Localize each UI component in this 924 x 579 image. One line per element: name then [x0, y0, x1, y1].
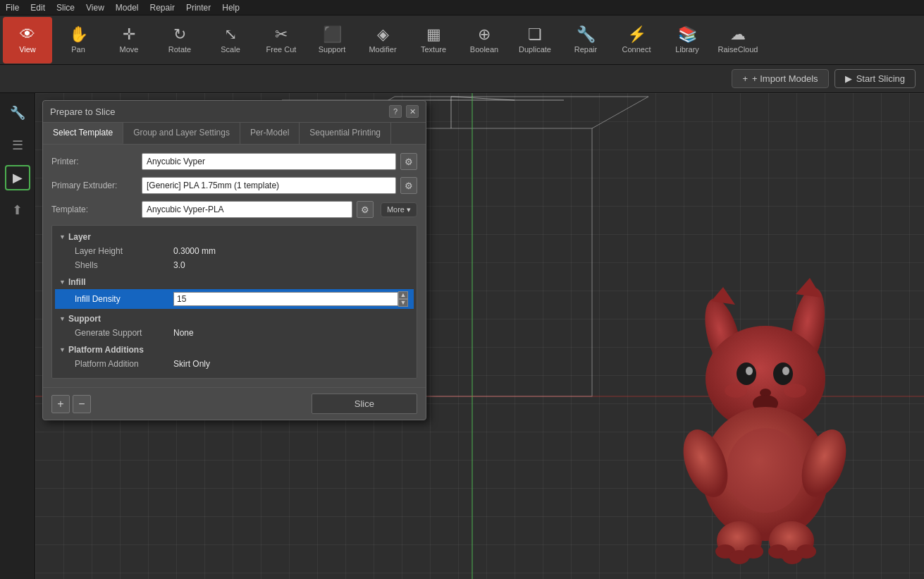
generate-support-value: None: [173, 328, 194, 338]
shells-row: Shells 3.0: [55, 258, 414, 272]
tool-texture[interactable]: ▦ Texture: [409, 17, 458, 63]
spin-up[interactable]: ▲: [398, 291, 408, 299]
tool-scale-label: Scale: [221, 45, 240, 54]
sidebar-play[interactable]: ▶: [5, 165, 30, 190]
tab-per-model[interactable]: Per-Model: [240, 123, 300, 144]
tool-connect[interactable]: ⚡ Connect: [612, 17, 661, 63]
printer-field-row: Printer: Anycubic Vyper ⚙: [51, 153, 417, 170]
infill-section-header[interactable]: ▼ Infill: [55, 275, 414, 289]
tool-modifier[interactable]: ◈ Modifier: [358, 17, 407, 63]
infill-density-row: Infill Density ▲ ▼: [55, 289, 414, 309]
tab-select-template[interactable]: Select Template: [43, 123, 123, 144]
menu-edit[interactable]: Edit: [30, 3, 45, 13]
infill-section-label: Infill: [68, 277, 86, 287]
sidebar-list[interactable]: ☰: [5, 133, 30, 158]
slice-label: Start Slicing: [856, 73, 905, 84]
main-area: 🔧 ☰ ▶ ⬆: [0, 93, 924, 579]
remove-setting-button[interactable]: −: [73, 395, 91, 413]
dialog-title-controls: ? ✕: [389, 105, 419, 118]
tool-pan[interactable]: ✋ Pan: [54, 17, 103, 63]
import-models-button[interactable]: + + Import Models: [732, 69, 828, 88]
tool-freecut[interactable]: ✂ Free Cut: [257, 17, 306, 63]
tool-raisecloud[interactable]: ☁ RaiseCloud: [713, 17, 763, 63]
layer-height-value: 0.3000 mm: [173, 246, 216, 256]
duplicate-icon: ❏: [528, 27, 542, 42]
layer-height-row: Layer Height 0.3000 mm: [55, 244, 414, 258]
tool-view[interactable]: 👁 View: [3, 17, 52, 63]
tool-duplicate-label: Duplicate: [519, 45, 551, 54]
template-field-row: Template: Anycubic Vyper-PLA ⚙ More ▾: [51, 201, 417, 218]
template-gear-button[interactable]: ⚙: [357, 201, 374, 218]
svg-point-23: [784, 384, 806, 398]
platform-addition-row: Platform Addition Skirt Only: [55, 357, 414, 371]
import-label: + Import Models: [752, 73, 818, 84]
spin-down[interactable]: ▼: [398, 299, 408, 307]
dialog-close-button[interactable]: ✕: [406, 105, 419, 118]
tab-sequential[interactable]: Sequential Printing: [300, 123, 391, 144]
tool-repair[interactable]: 🔧 Repair: [561, 17, 610, 63]
tool-scale[interactable]: ⤡ Scale: [206, 17, 255, 63]
printer-select[interactable]: Anycubic Vyper: [142, 153, 396, 170]
dialog-bottom-bar: + − Slice: [43, 387, 426, 420]
tool-raisecloud-label: RaiseCloud: [718, 45, 758, 54]
tool-support[interactable]: ⬛ Support: [307, 17, 357, 63]
svg-point-26: [727, 428, 804, 513]
extruder-select[interactable]: [Generic] PLA 1.75mm (1 template): [142, 177, 396, 194]
template-select[interactable]: Anycubic Vyper-PLA: [142, 201, 352, 218]
tool-duplicate[interactable]: ❏ Duplicate: [510, 17, 560, 63]
menu-printer[interactable]: Printer: [186, 3, 211, 13]
menu-repair[interactable]: Repair: [150, 3, 175, 13]
viewport[interactable]: Prepare to Slice ? ✕ Select Template Gro…: [35, 93, 924, 579]
layer-section-header[interactable]: ▼ Layer: [55, 230, 414, 244]
menu-bar: File Edit Slice View Model Repair Printe…: [0, 0, 924, 16]
tool-move[interactable]: ✛ Move: [104, 17, 154, 63]
dialog-tabs: Select Template Group and Layer Settings…: [43, 123, 426, 145]
pan-icon: ✋: [69, 27, 88, 42]
raisecloud-icon: ☁: [730, 27, 746, 42]
menu-help[interactable]: Help: [222, 3, 240, 13]
modifier-icon: ◈: [377, 27, 389, 42]
tool-freecut-label: Free Cut: [266, 45, 297, 54]
extruder-gear-button[interactable]: ⚙: [400, 177, 417, 194]
3d-model: [642, 269, 882, 573]
tool-boolean-label: Boolean: [470, 45, 498, 54]
printer-label: Printer:: [51, 157, 136, 166]
layer-section-label: Layer: [68, 232, 91, 242]
extruder-select-wrap: [Generic] PLA 1.75mm (1 template) ⚙: [142, 177, 417, 194]
support-section: ▼ Support Generate Support None: [55, 312, 414, 340]
platform-section-label: Platform Additions: [68, 345, 144, 355]
support-arrow: ▼: [59, 315, 66, 322]
dialog-help-button[interactable]: ?: [389, 105, 402, 118]
repair-icon: 🔧: [577, 27, 596, 42]
start-slicing-button[interactable]: ▶ Start Slicing: [834, 69, 916, 88]
more-button[interactable]: More ▾: [381, 202, 417, 217]
tool-boolean[interactable]: ⊕ Boolean: [460, 17, 509, 63]
add-setting-button[interactable]: +: [51, 395, 70, 413]
support-section-header[interactable]: ▼ Support: [55, 312, 414, 326]
menu-file[interactable]: File: [6, 3, 19, 13]
platform-section-header[interactable]: ▼ Platform Additions: [55, 343, 414, 357]
sidebar-upload[interactable]: ⬆: [5, 197, 30, 223]
menu-slice[interactable]: Slice: [56, 3, 75, 13]
svg-point-19: [746, 367, 753, 375]
tool-repair-label: Repair: [574, 45, 597, 54]
tool-library[interactable]: 📚 Library: [663, 17, 712, 63]
infill-arrow: ▼: [59, 279, 66, 286]
menu-view[interactable]: View: [86, 3, 104, 13]
printer-select-wrap: Anycubic Vyper ⚙: [142, 153, 417, 170]
tool-library-label: Library: [675, 45, 699, 54]
menu-model[interactable]: Model: [116, 3, 139, 13]
layer-section: ▼ Layer Layer Height 0.3000 mm Shells 3.…: [55, 230, 414, 272]
tool-connect-label: Connect: [622, 45, 651, 54]
svg-point-33: [744, 544, 763, 559]
rotate-icon: ↻: [173, 27, 186, 42]
tab-group-layer[interactable]: Group and Layer Settings: [123, 123, 240, 144]
sidebar-wrench[interactable]: 🔧: [5, 100, 30, 126]
svg-point-20: [782, 367, 789, 375]
slice-button[interactable]: Slice: [312, 394, 417, 414]
template-select-wrap: Anycubic Vyper-PLA ⚙ More ▾: [142, 201, 417, 218]
infill-density-input[interactable]: [173, 292, 398, 306]
tool-rotate[interactable]: ↻ Rotate: [155, 17, 204, 63]
printer-gear-button[interactable]: ⚙: [400, 153, 417, 170]
platform-section: ▼ Platform Additions Platform Addition S…: [55, 343, 414, 371]
